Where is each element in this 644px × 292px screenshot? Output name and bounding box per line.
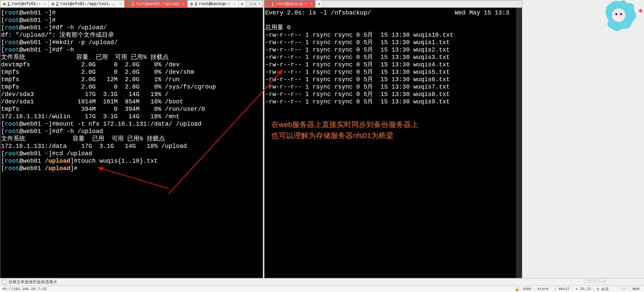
terminal-line: [root@web01 ~]#df -h xyxy=(1,46,262,54)
status-dot-icon xyxy=(190,3,193,5)
status-connection: sh://192.168.28.7:22 xyxy=(2,287,47,291)
terminal-output-line: 172.16.1.131:/wulin 17G 3.1G 14G 18% /mn… xyxy=(1,113,262,120)
terminal-line: [root@web01 ~]# xyxy=(1,17,262,24)
tab-label: root@backup:~ xyxy=(276,2,307,6)
status-bar: sh://192.168.28.7:22 🔒 SSH2 xterm ↔ 66x2… xyxy=(0,286,644,292)
tab-nav: ◄►▾ xyxy=(248,0,263,7)
tab-number: 4 xyxy=(195,2,197,6)
terminal-output-line: tmpfs 394M 0 394M 0% /run/user/0 xyxy=(1,105,262,113)
tab-number: 3 xyxy=(132,2,134,6)
session-tab[interactable]: 1 root@nfs01:~× xyxy=(0,0,49,7)
tab-prev-icon[interactable]: ◄ xyxy=(250,2,252,6)
tab-label: root@backup:~ xyxy=(199,2,230,6)
resize-icon: ↔ xyxy=(554,287,557,291)
status-dot-icon xyxy=(127,3,130,5)
close-icon[interactable]: × xyxy=(233,2,236,6)
terminal-output-line: df: "/upload/": 没有那个文件或目录 xyxy=(1,31,262,39)
terminal-line: [root@web01 ~]#mount -t nfs 172.16.1.131… xyxy=(1,120,262,128)
status-dot-icon xyxy=(52,3,54,5)
terminal-output-line: 172.16.1.131:/data 17G 3.1G 14G 18% /upl… xyxy=(1,142,262,150)
file-listing-line: -rw-r--r-- 1 rsync rsync 0 5月 15 13:30 w… xyxy=(265,98,521,105)
close-icon[interactable]: × xyxy=(310,2,313,6)
terminal-line: [root@web01 /upload]# xyxy=(1,165,262,172)
annotation-line: 也可以理解为存储服务器nfs01为桥梁 xyxy=(271,130,418,141)
session-tab[interactable]: 2 root@nfs01:/app/tool...× xyxy=(49,0,124,7)
file-listing-line: -rw-r--r-- 1 rsync rsync 0 5月 15 13:30 w… xyxy=(265,54,521,61)
file-listing-line: -rw-r--r-- 1 rsync rsync 0 5月 15 13:30 w… xyxy=(265,68,521,76)
watch-header: Every 2.0s: ls -l /nfsbackup/ Wed May 15… xyxy=(265,9,521,17)
terminal-output-line: devtmpfs 2.0G 0 2.0G 0% /dev xyxy=(1,61,262,68)
session-tab[interactable]: 4 root@backup:~× xyxy=(188,0,239,7)
send-to-current-tab-label: 仅将文本发送到当前选项卡 xyxy=(8,279,57,285)
new-tab-button[interactable]: + xyxy=(315,0,323,7)
terminal-output-line: tmpfs 2.0G 0 2.0G 0% /sys/fs/cgroup xyxy=(1,83,262,91)
tab-label: root@web01:/upload xyxy=(136,2,179,6)
right-tab-bar: 1 root@backup:~×+ xyxy=(264,0,522,8)
file-listing-line: -rw-r--r-- 1 rsync rsync 0 5月 15 13:30 w… xyxy=(265,83,521,91)
terminal-output-line: /dev/sda3 17G 3.1G 14G 19% / xyxy=(1,91,262,98)
terminal-line: [root@web01 ~]#df -h /upload xyxy=(1,128,262,135)
position-icon: ≡ xyxy=(576,287,578,291)
status-size: 66x27 xyxy=(559,287,570,291)
tab-next-icon[interactable]: ► xyxy=(254,2,257,6)
terminal-output-line: tmpfs 2.0G 0 2.0G 0% /dev/shm xyxy=(1,68,262,76)
status-term: xterm xyxy=(534,287,551,291)
close-icon[interactable]: × xyxy=(183,2,185,6)
status-ssh: SSH2 xyxy=(520,287,534,291)
new-tab-button[interactable]: + xyxy=(239,0,246,7)
file-listing-line: -rw-r--r-- 1 rsync rsync 0 5月 15 13:30 w… xyxy=(265,39,521,46)
tab-number: 1 xyxy=(272,2,274,6)
terminal-line: [root@web01 /upload]#touch wuqis{1..10}.… xyxy=(1,157,262,165)
tab-menu-icon[interactable]: ▾ xyxy=(258,2,261,6)
file-listing-line: -rw-r--r-- 1 rsync rsync 0 5月 15 13:30 w… xyxy=(265,61,521,68)
session-tab[interactable]: 1 root@backup:~× xyxy=(264,0,315,7)
left-pane: 1 root@nfs01:~×2 root@nfs01:/app/tool...… xyxy=(0,0,263,278)
terminal-line: [root@web01 ~]# xyxy=(1,9,262,17)
right-terminal[interactable]: Every 2.0s: ls -l /nfsbackup/ Wed May 15… xyxy=(264,8,522,278)
right-pane: 1 root@backup:~×+ Every 2.0s: ls -l /nfs… xyxy=(264,0,522,278)
terminal-output-line: 文件系统 容量 已用 可用 已用% 挂载点 xyxy=(1,54,262,61)
status-dot-icon xyxy=(267,3,270,5)
left-terminal[interactable]: [root@web01 ~]#[root@web01 ~]#[root@web0… xyxy=(0,8,263,278)
terminal-line: [root@web01 ~]#df -h /upload/ xyxy=(1,24,262,31)
tab-label: root@nfs01:~ xyxy=(11,2,40,6)
annotation-line: 在web服务器上直接实时同步到备份服务器上 xyxy=(271,119,418,130)
close-icon[interactable]: × xyxy=(119,2,121,6)
watermark: CSDN ©air xyxy=(584,279,607,284)
status-dot-icon xyxy=(3,3,6,5)
tab-number: 2 xyxy=(56,2,58,6)
terminal-output-line: 总用量 0 xyxy=(265,24,521,31)
file-listing-line: -rw-r--r-- 1 rsync rsync 0 5月 15 13:30 w… xyxy=(265,31,521,39)
status-sessions: 5 会话 xyxy=(594,287,611,292)
status-pos: 22,22 xyxy=(580,287,591,291)
terminal-output-line: 文件系统 容量 已用 可用 已用% 挂载点 xyxy=(1,135,262,142)
terminal-line: [root@web01 ~]#cd /upload xyxy=(1,150,262,157)
tab-number: 1 xyxy=(7,2,10,6)
session-tab[interactable]: 3 root@web01:/upload× xyxy=(124,0,188,7)
tab-label: root@nfs01:/app/tool... xyxy=(60,2,116,6)
status-num: NUM xyxy=(629,287,642,291)
annotation-text: 在web服务器上直接实时同步到备份服务器上也可以理解为存储服务器nfs01为桥梁 xyxy=(271,119,418,141)
terminal-output-line: /dev/sda1 1014M 161M 854M 16% /boot xyxy=(1,98,262,105)
scrollbar-vertical[interactable] xyxy=(516,8,522,278)
file-listing-line: -rw-r--r-- 1 rsync rsync 0 5月 15 13:30 w… xyxy=(265,91,521,98)
send-to-current-tab-checkbox[interactable] xyxy=(2,280,6,284)
terminal-line: [root@web01 ~]#mkdir -p /upload/ xyxy=(1,39,262,46)
status-cap: CAP xyxy=(617,287,629,291)
terminal-output-line xyxy=(265,17,521,24)
left-tab-bar: 1 root@nfs01:~×2 root@nfs01:/app/tool...… xyxy=(0,0,263,8)
terminal-output-line: tmpfs 2.0G 12M 2.0G 1% /run xyxy=(1,76,262,83)
close-icon[interactable]: × xyxy=(44,2,46,6)
file-listing-line: -rw-r--r-- 1 rsync rsync 0 5月 15 13:30 w… xyxy=(265,46,521,54)
file-listing-line: -rw-r--r-- 1 rsync rsync 0 5月 15 13:30 w… xyxy=(265,76,521,83)
info-bar: 仅将文本发送到当前选项卡 xyxy=(0,278,644,286)
lock-icon: 🔒 xyxy=(515,287,520,291)
